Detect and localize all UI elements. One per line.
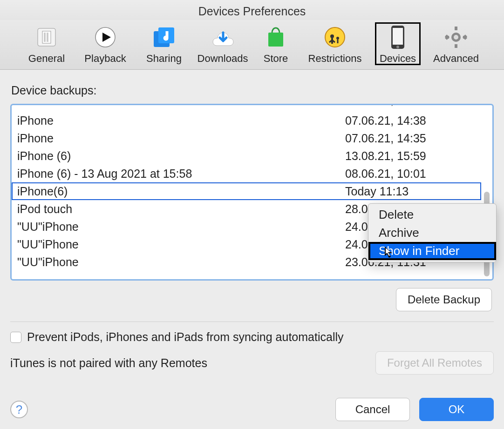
delete-backup-button[interactable]: Delete Backup xyxy=(396,288,492,311)
cursor-icon xyxy=(385,247,394,259)
svg-rect-18 xyxy=(455,44,457,48)
tab-sharing[interactable]: Sharing xyxy=(140,23,188,65)
tab-label: Restrictions xyxy=(308,53,362,65)
ok-button[interactable]: OK xyxy=(419,398,494,421)
toolbar: General Playback Sharing Downloads Store… xyxy=(0,20,504,70)
list-item[interactable]: iPhone (6) - 13 Aug 2021 at 15:58 08.06.… xyxy=(12,165,481,182)
footer: ? Cancel OK xyxy=(0,398,504,429)
tab-label: Sharing xyxy=(146,53,182,65)
backup-name: iPhone (6) - 13 Aug 2021 at 15:58 xyxy=(17,167,345,181)
svg-point-8 xyxy=(164,37,168,40)
prevent-sync-row: Prevent iPods, iPhones and iPads from sy… xyxy=(10,330,494,344)
download-icon xyxy=(209,24,236,51)
store-icon xyxy=(262,24,289,51)
backup-date: 07.06.21, 14:38 xyxy=(345,114,476,127)
svg-rect-14 xyxy=(393,28,403,45)
svg-point-10 xyxy=(325,27,345,47)
tab-advanced[interactable]: Advanced xyxy=(430,23,482,65)
menu-delete[interactable]: Delete xyxy=(368,206,496,224)
tab-label: General xyxy=(28,53,65,65)
svg-rect-17 xyxy=(455,27,457,30)
section-label: Device backups: xyxy=(11,84,494,97)
svg-point-15 xyxy=(396,46,399,48)
prevent-sync-checkbox[interactable] xyxy=(10,332,21,343)
backup-name: "UU"iPhone xyxy=(17,238,345,251)
backup-name: iPhone (6) xyxy=(17,149,345,163)
list-item-selected[interactable]: iPhone(6) Today 11:13 xyxy=(12,182,481,200)
backup-name: iPhone xyxy=(17,132,345,145)
backup-name: "UU"iPhone xyxy=(17,220,345,234)
tab-playback[interactable]: Playback xyxy=(81,23,129,65)
backup-date: 08.06.21, 10:01 xyxy=(345,167,476,181)
backup-date: 05.07.21, 10:01 xyxy=(345,105,476,107)
forget-remotes-button: Forget All Remotes xyxy=(375,351,494,375)
help-button[interactable]: ? xyxy=(10,401,28,418)
tab-store[interactable]: Store xyxy=(257,23,294,65)
backup-name: iPod touch xyxy=(17,202,345,216)
backup-name: iPhone xyxy=(17,114,345,127)
tab-devices[interactable]: Devices xyxy=(375,23,420,65)
backup-date: 13.08.21, 15:59 xyxy=(345,149,476,163)
tab-label: Store xyxy=(264,53,288,65)
svg-rect-3 xyxy=(47,33,48,42)
play-icon xyxy=(92,24,119,51)
list-item[interactable]: iPhone 07.06.21, 14:38 xyxy=(12,112,481,129)
tab-label: Playback xyxy=(84,53,126,65)
list-item[interactable]: iPhone 07.06.21, 14:35 xyxy=(12,129,481,147)
svg-rect-9 xyxy=(268,33,283,47)
list-item[interactable]: iPhone 05.07.21, 10:01 xyxy=(12,105,481,112)
tab-label: Downloads xyxy=(198,53,248,65)
backup-name: "UU"iPhone xyxy=(17,255,345,269)
tab-downloads[interactable]: Downloads xyxy=(198,23,247,65)
list-item[interactable]: iPhone (6) 13.08.21, 15:59 xyxy=(12,147,481,165)
menu-archive[interactable]: Archive xyxy=(368,224,496,242)
remotes-status: iTunes is not paired with any Remotes xyxy=(10,356,207,370)
backup-name: iPhone(6) xyxy=(17,185,345,198)
svg-rect-2 xyxy=(44,33,46,42)
backup-name: iPhone xyxy=(17,105,345,107)
general-icon xyxy=(33,24,60,51)
device-icon xyxy=(384,24,411,51)
svg-point-12 xyxy=(336,37,339,40)
tab-label: Advanced xyxy=(433,53,479,65)
tab-restrictions[interactable]: Restrictions xyxy=(305,23,365,65)
tab-general[interactable]: General xyxy=(22,23,71,65)
divider xyxy=(10,322,494,322)
backup-date: 07.06.21, 14:35 xyxy=(345,132,476,145)
tab-label: Devices xyxy=(380,53,416,65)
cancel-button[interactable]: Cancel xyxy=(335,398,410,421)
prevent-sync-label: Prevent iPods, iPhones and iPads from sy… xyxy=(27,330,344,344)
sharing-icon xyxy=(150,24,177,51)
svg-point-25 xyxy=(454,35,458,40)
window-title: Devices Preferences xyxy=(0,0,504,20)
restrictions-icon xyxy=(321,24,348,51)
backup-date: Today 11:13 xyxy=(345,185,476,198)
svg-point-11 xyxy=(330,34,334,38)
gear-icon xyxy=(443,24,470,51)
